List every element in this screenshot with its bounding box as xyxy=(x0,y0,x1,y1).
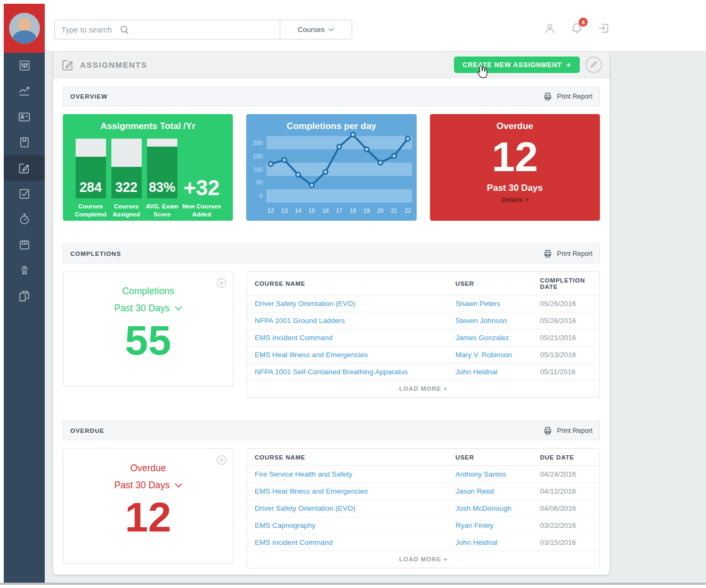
sidebar-item-roster[interactable] xyxy=(4,104,45,130)
course-link[interactable]: EMS Heat Illness and Emergencies xyxy=(255,487,368,495)
period-dropdown[interactable]: Past 30 Days xyxy=(63,480,233,491)
svg-text:16: 16 xyxy=(322,207,329,214)
chart-title: Completions per day xyxy=(246,114,416,132)
course-link[interactable]: NFPA 1001 Ground Ladders xyxy=(255,317,345,325)
print-report-link[interactable]: Print Report xyxy=(543,426,593,436)
course-link[interactable]: EMS Incident Command xyxy=(255,538,332,546)
column-due-date: DUE DATE xyxy=(532,449,599,466)
overdue-summary-card: Overdue Past 30 Days 12 xyxy=(63,448,233,563)
edit-page-button[interactable] xyxy=(586,57,602,73)
scope-label: Courses xyxy=(298,26,324,34)
user-link[interactable]: Mary V. Robinson xyxy=(456,351,512,359)
sidebar-item-certifications[interactable] xyxy=(4,257,45,283)
create-new-assignment-button[interactable]: CREATE NEW ASSIGNMENT + xyxy=(454,57,580,73)
course-link[interactable]: EMS Capnography xyxy=(255,521,315,529)
svg-text:0: 0 xyxy=(259,192,263,199)
section-title: OVERDUE xyxy=(70,428,104,434)
completions-summary-card: Completions Past 30 Days 55 xyxy=(63,271,233,386)
user-link[interactable]: John Heidnal xyxy=(456,538,498,546)
section-title: COMPLETIONS xyxy=(70,251,121,257)
user-link[interactable]: Shawn Peters xyxy=(456,300,500,308)
course-link[interactable]: Fire Service Health and Safety xyxy=(255,470,352,478)
sidebar-item-tasks[interactable] xyxy=(4,181,45,206)
user-avatar[interactable] xyxy=(4,4,45,53)
award-icon xyxy=(18,264,31,277)
sidebar-item-assignments[interactable] xyxy=(4,155,45,181)
sidebar-item-library[interactable] xyxy=(4,130,45,155)
user-link[interactable]: Josh McDonough xyxy=(456,504,512,512)
stat-avg-exam-score: 83% AVG. Exam Score xyxy=(145,139,179,219)
calendar-icon xyxy=(18,238,31,251)
completions-line-chart: 2001501005001213141516171819202122 xyxy=(246,132,416,220)
stat-courses-assigned: 322 Courses Assigned xyxy=(109,139,143,219)
svg-text:150: 150 xyxy=(253,153,263,159)
date-cell: 04/24/2016 xyxy=(532,466,599,483)
print-report-label: Print Report xyxy=(557,427,593,434)
sidebar-item-calendar[interactable] xyxy=(4,232,45,257)
svg-text:13: 13 xyxy=(281,207,288,214)
table-row: EMS Incident CommandJames Gonzalez05/21/… xyxy=(247,329,599,347)
documents-icon xyxy=(18,289,31,303)
overdue-details-link[interactable]: Details + xyxy=(501,196,529,204)
date-cell: 05/13/2016 xyxy=(532,347,599,364)
checkbox-icon xyxy=(18,187,31,200)
table-header-row: COURSE NAME USER COMPLETION DATE xyxy=(247,272,599,295)
stat-value: 83% xyxy=(147,180,177,195)
completions-count: 55 xyxy=(63,319,233,361)
svg-text:14: 14 xyxy=(295,207,302,214)
assignments-header: ASSIGNMENTS CREATE NEW ASSIGNMENT + xyxy=(53,52,610,78)
svg-text:17: 17 xyxy=(336,207,343,214)
chevron-down-icon xyxy=(175,306,182,311)
sidebar-item-documents[interactable] xyxy=(4,283,45,309)
close-icon[interactable] xyxy=(216,277,228,289)
sidebar-item-timer[interactable] xyxy=(4,206,45,232)
notifications-bell-icon[interactable]: 4 xyxy=(570,21,583,35)
svg-text:15: 15 xyxy=(309,207,315,214)
printer-icon xyxy=(543,249,553,259)
page-bottom-edge xyxy=(0,583,706,585)
load-more-button[interactable]: LOAD MORE + xyxy=(247,551,599,568)
user-link[interactable]: John Heidnal xyxy=(456,368,498,376)
print-report-link[interactable]: Print Report xyxy=(543,92,593,101)
printer-icon xyxy=(543,92,553,101)
section-title: OVERVIEW xyxy=(70,93,108,100)
sliders-icon xyxy=(18,59,31,72)
chevron-down-icon xyxy=(175,483,182,488)
course-link[interactable]: Driver Safety Orientation (EVO) xyxy=(255,300,355,308)
print-report-label: Print Report xyxy=(557,250,593,257)
search-input[interactable] xyxy=(54,20,280,39)
user-link[interactable]: Ryan Finley xyxy=(456,521,493,529)
card-title: Overdue xyxy=(497,114,533,132)
user-link[interactable]: Steven Johnson xyxy=(456,317,507,325)
svg-text:12: 12 xyxy=(267,207,274,214)
course-link[interactable]: EMS Heat Illness and Emergencies xyxy=(255,351,368,359)
user-link[interactable]: Anthony Santos xyxy=(456,470,506,478)
table-row: EMS Incident CommandJohn Heidnal03/15/20… xyxy=(247,534,599,551)
search-area: Courses xyxy=(54,20,352,39)
completions-section-bar: COMPLETIONS Print Report xyxy=(63,244,600,263)
logout-icon[interactable] xyxy=(597,22,610,35)
period-dropdown[interactable]: Past 30 Days xyxy=(63,303,233,314)
profile-icon[interactable] xyxy=(543,22,556,35)
table-row: Driver Safety Orientation (EVO)Josh McDo… xyxy=(247,500,599,517)
trend-chart-icon xyxy=(18,85,31,98)
sidebar-nav xyxy=(4,53,45,583)
courses-scope-dropdown[interactable]: Courses xyxy=(280,20,352,39)
user-link[interactable]: James Gonzalez xyxy=(456,334,509,342)
sidebar-item-sliders[interactable] xyxy=(4,53,45,78)
course-link[interactable]: Driver Safety Orientation (EVO) xyxy=(255,504,355,512)
load-more-button[interactable]: LOAD MORE + xyxy=(247,381,599,397)
user-link[interactable]: Jason Reed xyxy=(456,487,494,495)
svg-text:22: 22 xyxy=(405,207,411,214)
summary-title: Overdue xyxy=(63,463,233,474)
course-link[interactable]: NFPA 1001 Self-Contained Breathing Appar… xyxy=(255,368,408,376)
print-report-link[interactable]: Print Report xyxy=(543,249,593,259)
date-cell: 05/11/2016 xyxy=(532,364,599,381)
stat-bar: 83% xyxy=(147,139,177,198)
period-label: Past 30 Days xyxy=(114,303,169,314)
close-icon[interactable] xyxy=(216,454,228,466)
svg-text:21: 21 xyxy=(391,207,397,214)
sidebar-item-trends[interactable] xyxy=(4,78,45,104)
course-link[interactable]: EMS Incident Command xyxy=(255,334,332,342)
date-cell: 03/15/2016 xyxy=(532,534,599,551)
